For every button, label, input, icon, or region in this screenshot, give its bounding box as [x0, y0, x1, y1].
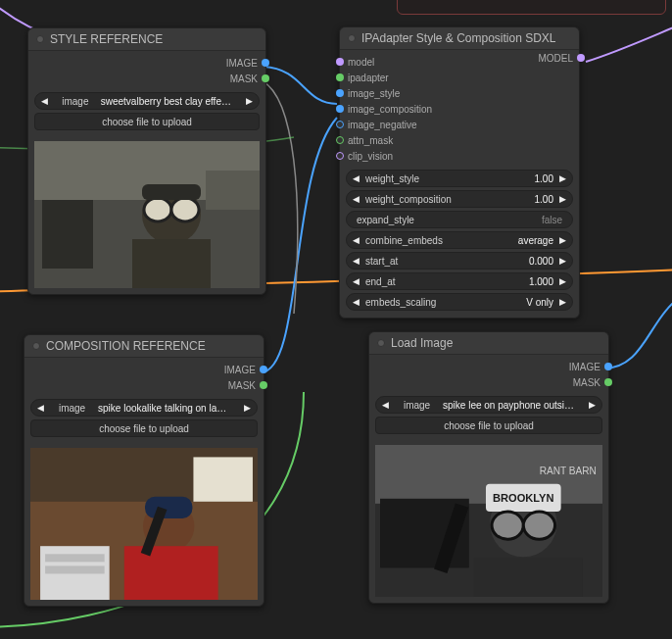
node-title: COMPOSITION REFERENCE	[46, 339, 206, 353]
widget-weight-style[interactable]: ◀weight_style1.00▶	[346, 170, 573, 187]
port-in-attn-mask[interactable]: attn_mask	[346, 132, 573, 148]
svg-rect-7	[132, 239, 211, 288]
image-combo[interactable]: ◀ image sweetvalberry best clay effects …	[34, 92, 260, 110]
svg-point-4	[144, 198, 171, 221]
svg-rect-2	[42, 200, 93, 269]
svg-point-5	[171, 198, 199, 221]
image-combo[interactable]: ◀ image spike lee on payphone outside b……	[375, 396, 602, 414]
collapse-dot[interactable]	[36, 35, 44, 43]
svg-rect-15	[145, 497, 192, 518]
svg-text:RANT BARN: RANT BARN	[540, 466, 597, 476]
chevron-right-icon: ▶	[242, 96, 257, 106]
svg-text:BROOKLYN: BROOKLYN	[493, 492, 553, 504]
upload-button[interactable]: choose file to upload	[375, 417, 602, 434]
svg-rect-28	[474, 558, 583, 597]
chevron-left-icon: ◀	[37, 96, 52, 106]
node-header[interactable]: COMPOSITION REFERENCE	[24, 335, 264, 358]
image-preview: BROOKLYN RANT BARN	[375, 445, 602, 597]
port-out-image[interactable]: IMAGE	[30, 362, 258, 377]
svg-rect-6	[142, 184, 201, 200]
node-title: Load Image	[391, 336, 453, 350]
node-ipadapter[interactable]: IPAdapter Style & Composition SDXL MODEL…	[339, 26, 580, 319]
port-in-model[interactable]: model	[346, 54, 573, 70]
svg-point-26	[523, 512, 554, 539]
port-in-clip-vision[interactable]: clip_vision	[346, 148, 573, 164]
node-style-reference[interactable]: STYLE REFERENCE IMAGE MASK ◀ image sweet…	[27, 27, 266, 295]
collapse-dot[interactable]	[32, 342, 40, 350]
node-composition-reference[interactable]: COMPOSITION REFERENCE IMAGE MASK ◀ image…	[24, 334, 264, 607]
port-out-image[interactable]: IMAGE	[375, 359, 602, 374]
svg-rect-12	[45, 554, 105, 562]
node-header[interactable]: IPAdapter Style & Composition SDXL	[340, 27, 579, 50]
collapse-dot[interactable]	[377, 339, 385, 347]
collapse-dot[interactable]	[348, 34, 356, 42]
group-frame	[397, 0, 666, 15]
node-header[interactable]: STYLE REFERENCE	[28, 28, 265, 51]
image-preview	[30, 448, 258, 600]
upload-button[interactable]: choose file to upload	[34, 113, 260, 130]
port-in-image-negative[interactable]: image_negative	[346, 117, 573, 132]
node-title: IPAdapter Style & Composition SDXL	[361, 31, 556, 45]
node-header[interactable]: Load Image	[369, 332, 608, 355]
port-in-ipadapter[interactable]: ipadapter	[346, 70, 573, 85]
port-in-image-style[interactable]: image_style	[346, 85, 573, 101]
port-out-mask[interactable]: MASK	[375, 374, 602, 390]
widget-end-at[interactable]: ◀end_at1.000▶	[346, 272, 573, 290]
svg-rect-16	[124, 546, 218, 600]
port-out-image[interactable]: IMAGE	[34, 55, 260, 71]
widget-weight-composition[interactable]: ◀weight_composition1.00▶	[346, 190, 573, 208]
svg-rect-13	[45, 565, 105, 573]
node-title: STYLE REFERENCE	[50, 32, 163, 46]
svg-rect-18	[193, 457, 253, 501]
svg-point-25	[492, 512, 523, 539]
node-load-image[interactable]: Load Image IMAGE MASK ◀ image spike lee …	[368, 331, 609, 604]
port-in-image-composition[interactable]: image_composition	[346, 101, 573, 117]
port-out-mask[interactable]: MASK	[34, 71, 260, 86]
image-preview	[34, 141, 260, 288]
widget-embeds-scaling[interactable]: ◀embeds_scalingV only▶	[346, 293, 573, 311]
widget-start-at[interactable]: ◀start_at0.000▶	[346, 252, 573, 270]
svg-rect-8	[206, 171, 260, 210]
image-combo[interactable]: ◀ image spike lookalike talking on landl…	[30, 399, 258, 417]
widget-combine-embeds[interactable]: ◀combine_embedsaverage▶	[346, 231, 573, 249]
upload-button[interactable]: choose file to upload	[30, 419, 258, 437]
port-out-mask[interactable]: MASK	[30, 377, 258, 393]
widget-expand-style[interactable]: expand_stylefalse	[346, 211, 573, 228]
